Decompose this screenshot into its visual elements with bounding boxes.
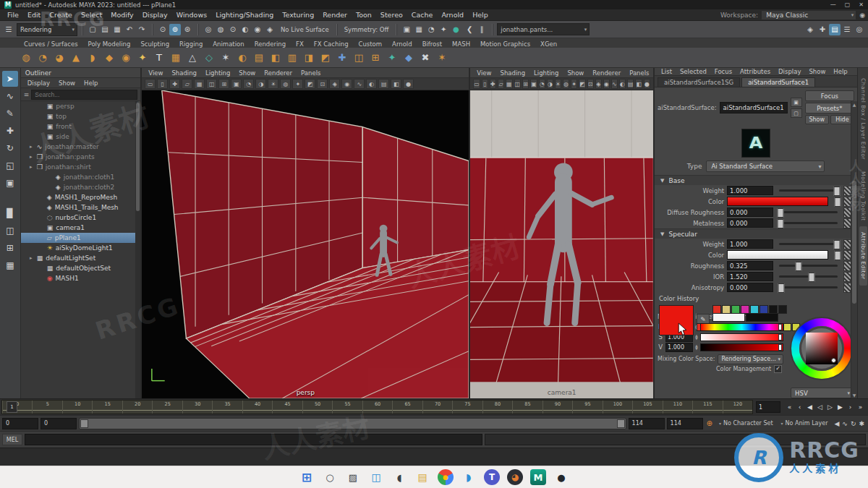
shelf-tool-icon[interactable]: ◐ <box>235 51 250 65</box>
selection-mask-icon[interactable]: ⊙ <box>227 24 239 35</box>
ae-node-tab[interactable]: aiStandardSurface1SG <box>658 77 740 87</box>
attribute-value-field[interactable] <box>727 197 828 206</box>
playback-button[interactable]: ◁ <box>815 402 825 412</box>
panel-menu-item[interactable]: Panels <box>297 69 324 77</box>
viewport-toolbar-icon[interactable]: ◩ <box>579 79 586 89</box>
shelf-tool-icon[interactable]: ◨ <box>302 51 316 65</box>
menu-item[interactable]: Modify <box>106 11 137 19</box>
viewport-toolbar-icon[interactable]: ∿ <box>611 79 618 89</box>
shelf-tab[interactable]: Rendering <box>250 40 291 48</box>
attribute-value-field[interactable]: 0.000 <box>727 283 773 292</box>
history-swatch-wide[interactable] <box>712 313 745 322</box>
timeline-ticks[interactable]: 0510152025303540455055606570758085909510… <box>1 400 753 414</box>
outliner-item[interactable]: ▱ pPlane1 <box>21 233 141 243</box>
shelf-tab[interactable]: Poly Modeling <box>83 40 136 48</box>
slider-handle[interactable] <box>777 208 783 218</box>
ae-menu-item[interactable]: Selected <box>676 68 710 75</box>
menu-item[interactable]: Texturing <box>278 11 318 19</box>
history-swatch[interactable] <box>778 305 787 314</box>
timeline-tick[interactable]: 10 <box>62 401 92 414</box>
taskbar-icon[interactable]: ● <box>553 469 569 485</box>
menu-item[interactable]: Toon <box>352 11 376 19</box>
panel-menu-item[interactable]: Show <box>235 69 259 77</box>
render-icon[interactable]: ◔ <box>425 24 437 35</box>
timeline-tick[interactable]: 60 <box>362 401 392 414</box>
timeline-tick[interactable]: 80 <box>482 401 512 414</box>
menu-item[interactable]: Windows <box>172 11 211 19</box>
outliner-item[interactable]: ▣ front <box>21 121 141 132</box>
menu-item[interactable]: Stereo <box>376 11 407 19</box>
taskbar-icon[interactable]: ▨ <box>345 469 361 485</box>
viewport-toolbar-icon[interactable]: ☀ <box>555 79 561 89</box>
layout-icon[interactable]: ▦ <box>2 257 18 273</box>
outliner-item[interactable]: ◈ jonathan:cloth1 <box>21 172 141 182</box>
selection-mask-icon[interactable]: ◎ <box>203 24 214 35</box>
range-bar[interactable] <box>79 418 626 429</box>
viewport-toolbar-icon[interactable]: ◧ <box>635 79 642 89</box>
sidebar-toggle-icon[interactable]: ✚ <box>817 24 828 35</box>
viewport-toolbar-icon[interactable]: ▦ <box>194 79 205 89</box>
mel-input[interactable] <box>25 434 482 445</box>
timeline-tick[interactable]: 15 <box>92 401 122 414</box>
timeline-tick[interactable]: 95 <box>572 401 602 414</box>
panel-menu-item[interactable]: Show <box>563 69 587 77</box>
history-icon[interactable]: ∥ <box>476 24 488 35</box>
filter-icon[interactable]: ≡ <box>24 91 30 98</box>
outliner-item[interactable]: ▣ persp <box>21 101 141 111</box>
outliner-item[interactable]: ▣ camera1 <box>21 223 141 233</box>
taskbar-icon[interactable]: ● <box>438 469 454 485</box>
playback-option-icon[interactable]: ∿ <box>841 420 849 427</box>
taskbar-icon[interactable]: ◖ <box>391 469 407 485</box>
viewport-toolbar-icon[interactable]: ◈ <box>595 79 602 89</box>
dock-tab[interactable]: Attribute Editor <box>859 226 867 286</box>
panel-menu-item[interactable]: Renderer <box>260 69 296 77</box>
spinner-icons[interactable]: ▲▼ <box>695 334 698 340</box>
shelf-tool-icon[interactable]: ◗ <box>85 51 100 65</box>
show-button[interactable]: Show <box>805 115 829 124</box>
panel-menu-item[interactable]: View <box>145 69 166 77</box>
slider-handle[interactable] <box>834 251 841 260</box>
render-icon[interactable]: ✦ <box>438 24 449 35</box>
outliner-item[interactable]: ◈ MASH1_ReproMesh <box>21 192 141 202</box>
attribute-slider[interactable] <box>834 200 838 202</box>
channel-gradient-slider[interactable] <box>700 343 783 351</box>
current-frame-marker[interactable]: 1 <box>7 401 17 413</box>
viewport-toolbar-icon[interactable]: ◑ <box>255 79 266 89</box>
timeline-tick[interactable]: 50 <box>302 401 332 414</box>
playback-button[interactable]: ▶ <box>835 402 845 412</box>
file-tool-icon[interactable]: ▢ <box>87 24 98 35</box>
playback-button[interactable]: ‹ <box>795 402 804 412</box>
tool-icon[interactable]: ▣ <box>2 175 18 191</box>
outliner-item[interactable]: ◈ jonathan:cloth2 <box>21 182 141 192</box>
lock-icon[interactable]: ◉ <box>859 12 865 19</box>
shelf-tab[interactable]: MASH <box>447 40 475 48</box>
current-frame-field[interactable]: 1 <box>756 401 780 413</box>
playback-button[interactable]: ▷ <box>825 402 835 412</box>
color-management-checkbox[interactable]: ✓ <box>774 365 782 373</box>
taskbar-icon[interactable]: M <box>530 469 546 485</box>
attribute-value-field[interactable]: 1.520 <box>727 272 773 281</box>
selection-field[interactable]: jonathan.pants... <box>497 23 590 35</box>
slider-handle[interactable] <box>834 197 841 207</box>
character-set-dropdown[interactable]: ▾No Character Set <box>716 419 776 428</box>
attribute-slider[interactable] <box>779 222 838 224</box>
layout-icon[interactable]: ◫ <box>2 223 18 239</box>
tool-icon[interactable]: ✚ <box>2 123 18 139</box>
viewport-toolbar-icon[interactable]: ◍ <box>563 79 569 89</box>
timeline-tick[interactable]: 75 <box>452 401 482 414</box>
copy-tab-icon[interactable]: ▣ <box>791 98 802 107</box>
channel-gradient-slider[interactable] <box>700 333 783 341</box>
selection-mask-icon[interactable]: ◍ <box>215 24 226 35</box>
panel-menu-item[interactable]: Panels <box>626 69 652 77</box>
file-tool-icon[interactable]: ↶ <box>124 24 135 35</box>
viewport-toolbar-icon[interactable]: ◫ <box>206 79 217 89</box>
outliner-scrollbar[interactable] <box>135 101 140 398</box>
timeline-tick[interactable]: 30 <box>182 401 212 414</box>
file-tool-icon[interactable]: ▦ <box>111 24 123 35</box>
palette-swatch[interactable] <box>783 323 791 331</box>
shelf-tab[interactable]: Animation <box>208 40 249 48</box>
playback-button[interactable]: » <box>856 402 865 412</box>
shelf-tab[interactable]: Arnold <box>387 40 417 48</box>
timeline-tick[interactable]: 45 <box>272 401 302 414</box>
shelf-tab[interactable]: FX <box>291 40 309 48</box>
